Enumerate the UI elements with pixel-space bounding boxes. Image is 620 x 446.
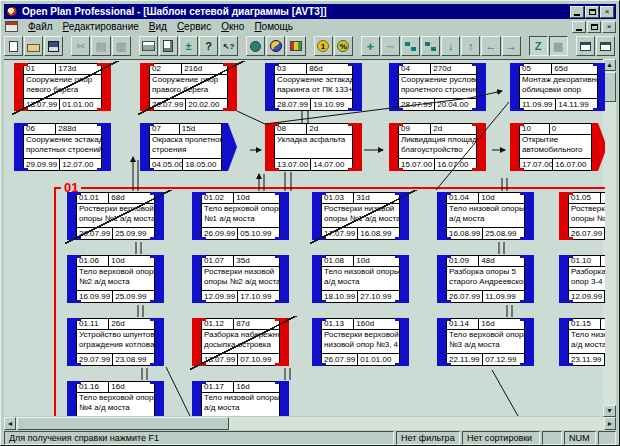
activity-id: 06	[24, 124, 56, 134]
save-button[interactable]	[44, 36, 63, 56]
histogram-button[interactable]	[286, 36, 305, 56]
scroll-down-button[interactable]: ▼	[603, 405, 616, 417]
activity-card: 092dЛиквидация площадки иблагоустройство…	[398, 123, 477, 171]
activity-card: 04270dСооружение русловогопролетного стр…	[398, 63, 477, 111]
window-small-button[interactable]	[576, 36, 595, 56]
organize-nodes-button[interactable]	[421, 36, 440, 56]
update-icon: ±	[185, 40, 191, 52]
activity-box-01.08[interactable]: 01.0810dТело низовой опоры №2а/д моста18…	[312, 255, 409, 303]
open-button[interactable]	[24, 36, 43, 56]
activity-box-01.07[interactable]: 01.0735dРостверки низовойопоры №2 а/д мо…	[192, 255, 289, 303]
timescale-globe-icon	[270, 40, 282, 52]
activity-box-01.09[interactable]: 01.0948dРазборка опоры 5старого Андреевс…	[437, 255, 534, 303]
description-line-2: №4 а/д моста	[79, 403, 152, 413]
calendar-button[interactable]: ▦	[549, 36, 568, 56]
activity-box-01.01[interactable]: 01.0168dРостверки верховойопоры №1 а/д м…	[67, 192, 164, 240]
activity-box-01.11[interactable]: 01.1126dУстройство шпунтовогоограждения …	[67, 318, 164, 366]
activity-box-03[interactable]: 0386dСооружение эстакадыпаркинга от ПК 1…	[265, 63, 362, 111]
description-line-1: Монтаж декоративной	[522, 75, 595, 85]
activity-box-02[interactable]: 02216dСооружение опорправого берега20.07…	[140, 63, 237, 111]
network-diagram-canvas[interactable]: 0101173dСооружение опорлевого берега13.0…	[4, 59, 605, 416]
paste-button[interactable]: ▥	[112, 36, 131, 56]
activity-box-01.14[interactable]: 01.1416dТело верховой опоры№3 а/д моста2…	[437, 318, 534, 366]
activity-box-08[interactable]: 082dУкладка асфальта13.07.0014.07.00	[265, 123, 362, 171]
arrow-up-button[interactable]: ↑	[461, 36, 480, 56]
activity-box-01.10[interactable]: 01.10Разборка осопор 3-4 ста12.09.99	[559, 255, 605, 303]
activity-box-05[interactable]: 0565dМонтаж декоративнойоблицовки опор11…	[510, 63, 605, 111]
menu-item-6[interactable]: Помощь	[249, 20, 298, 33]
menu-item-2[interactable]: Редактирование	[58, 20, 144, 33]
mdi-close-button[interactable]: ×	[602, 21, 616, 33]
activity-duration: 16d	[109, 382, 154, 392]
timescale-globe-button[interactable]	[266, 36, 285, 56]
status-num-indicator: NUM	[564, 431, 596, 445]
print-preview-button[interactable]	[159, 36, 178, 56]
close-button[interactable]: ×	[600, 6, 614, 18]
zoom-z-button[interactable]: Z	[529, 36, 548, 56]
menu-item-1[interactable]: Файл	[23, 20, 58, 33]
activity-box-01.15[interactable]: 01.15Тело низовоа/д моста23.11.99	[559, 318, 605, 366]
description-line-2: низовой опор №3, 4 а/д	[324, 340, 397, 350]
activity-box-01.04[interactable]: 01.0410dТело низовой опоры №1а/д моста16…	[437, 192, 534, 240]
arrow-down-button[interactable]: ↓	[441, 36, 460, 56]
horizontal-scrollbar[interactable]: ◄ ►	[4, 417, 616, 430]
window-corner-button[interactable]	[596, 36, 615, 56]
activity-description: Сооружение эстакадныхпролетных строений …	[24, 135, 101, 158]
cost-coin-button[interactable]: 1	[314, 36, 333, 56]
document-icon[interactable]	[5, 21, 18, 32]
activity-box-01.16[interactable]: 01.1616dТело верховой опоры№4 а/д моста	[67, 381, 164, 416]
menu-item-4[interactable]: Сервис	[172, 20, 216, 33]
mdi-restore-button[interactable]	[587, 21, 601, 33]
save-icon	[48, 41, 59, 52]
context-help-button[interactable]: ↖?	[219, 36, 238, 56]
activity-id: 01.11	[77, 319, 109, 329]
activity-box-01.17[interactable]: 01.1716dТело низовой опоры №4а/д моста	[192, 381, 289, 416]
left-bracket-bar	[559, 318, 568, 366]
link-nodes-button[interactable]	[401, 36, 420, 56]
activity-description: Тело верховой опоры№4 а/д моста	[77, 393, 154, 416]
scroll-right-button[interactable]: ►	[604, 417, 616, 430]
activity-box-09[interactable]: 092dЛиквидация площадки иблагоустройство…	[389, 123, 486, 171]
minimize-button[interactable]	[570, 6, 584, 18]
activity-duration: 160d	[354, 319, 399, 329]
copy-button[interactable]: ▤	[91, 36, 110, 56]
new-button[interactable]	[4, 36, 23, 56]
arrow-right-button[interactable]: →	[502, 36, 521, 56]
activity-box-01.02[interactable]: 01.0210dТело верховой опоры№1 а/д моста2…	[192, 192, 289, 240]
activity-box-07[interactable]: 0715dОкраска пролетногостроения04.05.001…	[140, 123, 237, 171]
remove-button[interactable]: −	[381, 36, 400, 56]
window-small-icon	[580, 42, 591, 51]
update-button[interactable]: ±	[179, 36, 198, 56]
activity-box-01.03[interactable]: 01.0331dРостверки низовойопоры №1 а/д мо…	[312, 192, 409, 240]
help-button[interactable]: ?	[199, 36, 218, 56]
activity-id: 02	[150, 64, 182, 74]
scroll-left-button[interactable]: ◄	[4, 417, 16, 430]
cut-button[interactable]: ✂	[71, 36, 90, 56]
restore-button[interactable]	[585, 6, 599, 18]
activity-box-01.12[interactable]: 01.1287dРазборка набережной идосыпка ост…	[192, 318, 289, 366]
cut-icon: ✂	[76, 40, 85, 53]
add-button[interactable]: +	[361, 36, 380, 56]
activity-box-01.05[interactable]: 01.05Ростверки вопоры №2 а26.07.99	[559, 192, 605, 240]
activity-id: 01.17	[202, 382, 234, 392]
horizontal-scroll-thumb[interactable]	[17, 417, 229, 430]
menu-item-5[interactable]: Окно	[216, 20, 249, 33]
activity-description: Сооружение опорправого берега	[150, 75, 227, 98]
print-button[interactable]	[139, 36, 158, 56]
status-circle-button[interactable]	[246, 36, 265, 56]
activity-duration: 288d	[56, 124, 101, 134]
left-bracket-bar	[389, 63, 398, 111]
activity-box-10[interactable]: 100Открытиеавтомобильного17.07.0016.07.0…	[510, 123, 605, 171]
start-date: 04.05.00	[150, 159, 183, 170]
finish-date: 01.01.00	[60, 99, 101, 110]
arrow-left-button[interactable]: ←	[481, 36, 500, 56]
activity-box-01.13[interactable]: 01.13160dРостверки верховой инизовой опо…	[312, 318, 409, 366]
activity-box-06[interactable]: 06288dСооружение эстакадныхпролетных стр…	[14, 123, 111, 171]
cost-coin-icon: 1	[317, 40, 329, 52]
menu-item-3[interactable]: Вид	[144, 20, 172, 33]
activity-box-04[interactable]: 04270dСооружение русловогопролетного стр…	[389, 63, 486, 111]
activity-box-01.06[interactable]: 01.0610dТело верховой опоры№2 а/д моста1…	[67, 255, 164, 303]
mdi-minimize-button[interactable]	[572, 21, 586, 33]
activity-box-01[interactable]: 01173dСооружение опорлевого берега13.07.…	[14, 63, 111, 111]
percent-button[interactable]: %	[334, 36, 353, 56]
